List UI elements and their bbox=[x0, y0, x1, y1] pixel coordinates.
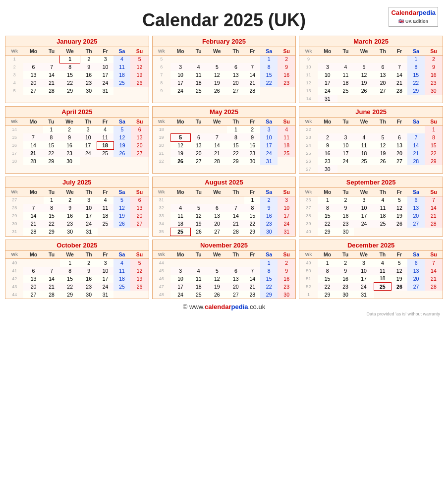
wk-header: Wk bbox=[153, 47, 170, 55]
day-cell: 30 bbox=[260, 228, 278, 236]
day-cell: 15 bbox=[425, 141, 443, 149]
month-title-9: September 2025 bbox=[299, 177, 443, 188]
day-cell: 26 bbox=[391, 283, 407, 291]
day-cell: 24 bbox=[80, 220, 98, 228]
day-cell: 20 bbox=[392, 149, 407, 157]
wk-header: Wk bbox=[153, 188, 170, 196]
day-cell bbox=[318, 125, 337, 133]
day-cell: 17 bbox=[80, 212, 98, 220]
day-cell: 2 bbox=[337, 259, 354, 267]
day-header-we: We bbox=[207, 251, 227, 259]
day-cell: 16 bbox=[244, 141, 260, 149]
day-cell bbox=[392, 125, 407, 133]
day-cell: 13 bbox=[374, 71, 392, 79]
day-header-su: Su bbox=[130, 47, 148, 55]
day-cell: 30 bbox=[80, 291, 98, 299]
day-cell: 12 bbox=[130, 267, 148, 275]
day-cell bbox=[131, 157, 149, 165]
day-cell: 30 bbox=[60, 228, 80, 236]
day-cell: 17 bbox=[170, 283, 190, 291]
day-cell: 22 bbox=[260, 79, 278, 87]
wk-number: 42 bbox=[5, 275, 23, 283]
month-block-1: January 2025WkMoTuWeThFrSaSu112345267891… bbox=[5, 36, 149, 103]
day-cell: 24 bbox=[80, 149, 97, 157]
disclaimer: Data provided 'as is' without warranty bbox=[5, 311, 443, 316]
day-cell: 10 bbox=[337, 141, 354, 149]
day-cell: 27 bbox=[227, 87, 244, 95]
day-cell: 31 bbox=[80, 228, 98, 236]
day-cell: 23 bbox=[260, 220, 278, 228]
day-cell: 16 bbox=[59, 141, 80, 149]
day-cell bbox=[97, 157, 113, 165]
day-cell: 23 bbox=[425, 79, 443, 87]
day-cell bbox=[207, 55, 227, 63]
wk-number: 13 bbox=[299, 87, 317, 95]
day-cell: 27 bbox=[392, 157, 407, 165]
day-cell bbox=[354, 55, 374, 63]
day-cell: 8 bbox=[60, 63, 80, 71]
day-cell: 19 bbox=[113, 141, 131, 149]
day-cell bbox=[425, 165, 443, 173]
day-cell: 16 bbox=[425, 71, 443, 79]
day-cell: 2 bbox=[244, 125, 260, 133]
day-header-mo: Mo bbox=[318, 251, 337, 259]
day-header-fr: Fr bbox=[244, 251, 260, 259]
day-cell: 14 bbox=[425, 204, 443, 212]
day-cell: 19 bbox=[170, 149, 190, 157]
wk-number: 2 bbox=[5, 63, 23, 71]
day-header-fr: Fr bbox=[392, 47, 407, 55]
day-cell: 19 bbox=[392, 212, 407, 220]
day-cell: 23 bbox=[318, 157, 337, 165]
day-cell: 20 bbox=[227, 283, 244, 291]
day-cell: 25 bbox=[374, 283, 392, 291]
day-cell: 20 bbox=[227, 79, 244, 87]
day-cell: 10 bbox=[98, 267, 113, 275]
day-header-su: Su bbox=[278, 47, 295, 55]
day-cell: 15 bbox=[260, 275, 278, 283]
month-title-8: August 2025 bbox=[153, 177, 296, 188]
day-cell bbox=[190, 259, 207, 267]
day-cell: 20 bbox=[130, 212, 148, 220]
day-cell: 11 bbox=[190, 275, 207, 283]
day-cell bbox=[170, 196, 190, 204]
day-cell: 17 bbox=[98, 71, 113, 79]
day-header-we: We bbox=[207, 188, 227, 196]
day-cell: 16 bbox=[60, 212, 80, 220]
day-cell bbox=[23, 196, 43, 204]
day-header-su: Su bbox=[131, 118, 149, 125]
day-cell: 20 bbox=[23, 79, 43, 87]
day-cell: 24 bbox=[337, 157, 354, 165]
month-block-4: April 2025WkMoTuWeThFrSaSu14123456157891… bbox=[5, 106, 149, 174]
day-cell: 28 bbox=[425, 283, 443, 291]
day-cell: 14 bbox=[23, 141, 43, 149]
day-cell: 26 bbox=[130, 79, 148, 87]
day-cell bbox=[354, 125, 374, 133]
day-header-we: We bbox=[354, 188, 374, 196]
day-cell: 23 bbox=[278, 79, 295, 87]
day-cell: 19 bbox=[207, 79, 227, 87]
day-cell: 7 bbox=[425, 196, 443, 204]
day-cell: 2 bbox=[80, 55, 98, 63]
day-cell bbox=[244, 55, 260, 63]
day-cell: 10 bbox=[260, 133, 278, 141]
day-header-su: Su bbox=[278, 188, 295, 196]
day-cell bbox=[425, 228, 443, 236]
day-cell: 24 bbox=[170, 291, 190, 299]
wk-number: 7 bbox=[153, 71, 170, 79]
day-cell bbox=[278, 157, 295, 165]
wk-number: 1 bbox=[5, 55, 23, 63]
day-cell bbox=[374, 228, 392, 236]
day-header-su: Su bbox=[425, 251, 443, 259]
day-cell: 9 bbox=[244, 133, 260, 141]
wk-number: 5 bbox=[5, 87, 23, 95]
day-cell: 30 bbox=[80, 87, 98, 95]
day-cell: 25 bbox=[190, 291, 207, 299]
day-cell: 9 bbox=[260, 204, 278, 212]
day-cell: 27 bbox=[374, 87, 392, 95]
day-cell: 6 bbox=[407, 259, 425, 267]
day-cell: 11 bbox=[190, 71, 207, 79]
day-cell: 21 bbox=[392, 79, 407, 87]
wk-header: Wk bbox=[153, 118, 170, 125]
day-cell: 25 bbox=[113, 283, 131, 291]
wk-number: 45 bbox=[153, 267, 170, 275]
